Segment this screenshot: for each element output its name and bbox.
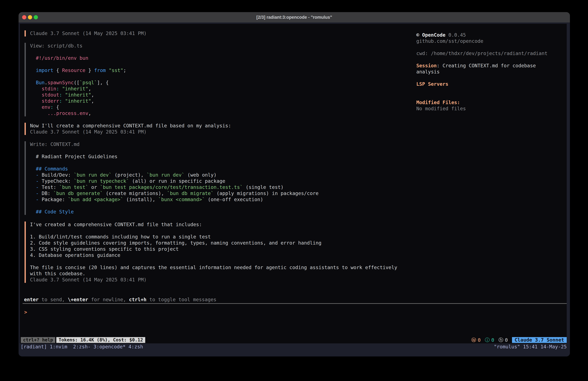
view-tool-block: View: script/db.ts #!/usr/bin/env bun im…: [24, 43, 126, 116]
text-row: [416, 93, 567, 99]
text-row: The file is concise (20 lines) and captu…: [30, 265, 397, 270]
text-row: Claude 3.7 Sonnet (14 May 2025 03:41 PM): [30, 129, 231, 135]
text-row: Bun.spawnSync([`psql`], {: [30, 80, 126, 86]
text-row: # Radiant Project Guidelines: [30, 154, 318, 160]
window-title: [2/3] radiant:3:opencode - "romulus": [19, 12, 570, 22]
terminal-window: [2/3] radiant:3:opencode - "romulus" Cla…: [19, 12, 570, 357]
text-row: 1. Build/lint/test commands including ho…: [30, 234, 397, 240]
text-row: Write: CONTEXT.md: [30, 141, 318, 147]
text-row: LSP Servers: [416, 81, 567, 87]
assistant-message-summary: I've created a comprehensive CONTEXT.md …: [24, 222, 397, 283]
text-row: [30, 61, 126, 67]
text-row: with this codebase.: [30, 270, 397, 277]
text-row: View: script/db.ts: [30, 43, 126, 49]
session-sidebar: © OpenCode 0.0.45github.com/sst/opencode…: [416, 32, 567, 112]
scrollbar-track[interactable]: [567, 22, 570, 357]
info-count: 0: [491, 337, 494, 343]
text-row: cwd: /home/thdxr/dev/projects/radiant/ra…: [416, 50, 567, 57]
text-row: [30, 258, 397, 265]
text-row: Session: Creating CONTEXT.md for codebas…: [416, 63, 567, 69]
prompt-caret: >: [24, 309, 27, 315]
model-badge[interactable]: Claude 3.7 Sonnet: [512, 337, 567, 343]
warning-count: 0: [478, 337, 481, 343]
info-count-indicator: ⓘ0: [485, 337, 494, 343]
window-titlebar[interactable]: [2/3] radiant:3:opencode - "romulus": [19, 12, 570, 22]
hint-icon: ⓗ: [499, 337, 503, 343]
assistant-message-header: Claude 3.7 Sonnet (14 May 2025 03:41 PM): [24, 30, 147, 37]
info-icon: ⓘ: [485, 337, 490, 343]
text-row: © OpenCode 0.0.45: [416, 32, 567, 38]
warning-count-indicator: Ⓦ0: [471, 337, 481, 343]
status-chips: ctrl+? help Tokens: 16.4K (8%), Cost: $0…: [21, 337, 145, 343]
text-row: 3. CSS styling conventions specific to t…: [30, 246, 397, 252]
input-separator: [22, 303, 567, 304]
text-row: [30, 228, 397, 234]
text-row: No modified files: [416, 106, 567, 112]
text-row: [416, 87, 567, 93]
text-row: 2. Code style guidelines covering import…: [30, 240, 397, 246]
hint-count-indicator: ⓗ0: [499, 337, 508, 343]
assistant-message: Now I'll create a comprehensive CONTEXT.…: [24, 123, 231, 135]
text-row: enter to send, \+enter for newline, ctrl…: [24, 296, 216, 303]
text-row: stderr: "inherit",: [30, 98, 126, 104]
terminal-top-padding: [19, 22, 570, 24]
terminal-left-padding: [19, 22, 20, 357]
status-indicators: Ⓦ0 ⓘ0 ⓗ0 Claude 3.7 Sonnet: [471, 337, 567, 343]
text-row: [30, 73, 126, 80]
warning-icon: Ⓦ: [471, 337, 476, 343]
text-row: stdin: "inherit",: [30, 86, 126, 92]
text-row: env: {: [30, 104, 126, 110]
text-row: stdout: "inherit",: [30, 92, 126, 98]
help-shortcut-chip[interactable]: ctrl+? help: [21, 337, 55, 343]
prompt-input[interactable]: >: [24, 309, 566, 315]
tmux-host-clock: "romulus" 15:41 14-May-25: [494, 344, 567, 350]
text-row: - Test: `bun test` or `bun test packages…: [30, 184, 318, 190]
text-row: [30, 147, 318, 154]
text-row: ## Commands: [30, 166, 318, 172]
hint-count: 0: [505, 337, 508, 343]
text-row: - DB: `bun db generate` (create migratio…: [30, 190, 318, 197]
write-tool-block: Write: CONTEXT.md # Radiant Project Guid…: [24, 141, 318, 215]
text-row: Claude 3.7 Sonnet (14 May 2025 03:41 PM): [30, 30, 147, 37]
text-row: github.com/sst/opencode: [416, 38, 567, 44]
text-row: [416, 44, 567, 50]
text-row: ...process.env,: [30, 110, 126, 116]
text-row: #!/usr/bin/env bun: [30, 55, 126, 61]
opencode-status-bar: ctrl+? help Tokens: 16.4K (8%), Cost: $0…: [19, 337, 570, 343]
text-row: - Build/Dev: `bun run dev` (project), `b…: [30, 172, 318, 178]
tmux-status-bar: [radiant] 1:nvim 2:zsh- 3:opencode* 4:zs…: [19, 343, 570, 357]
text-row: import { Resource } from "sst";: [30, 67, 126, 73]
text-row: [30, 202, 318, 209]
text-row: - Package: `bun add <package>` (install)…: [30, 197, 318, 202]
input-hint: enter to send, \+enter for newline, ctrl…: [24, 296, 216, 303]
text-row: Now I'll create a comprehensive CONTEXT.…: [30, 123, 231, 129]
text-row: [416, 57, 567, 63]
terminal-content: Claude 3.7 Sonnet (14 May 2025 03:41 PM)…: [19, 22, 570, 357]
text-row: ## Code Style: [30, 209, 318, 215]
text-row: [416, 75, 567, 81]
text-row: - TypeCheck: `bun run typecheck` (all) o…: [30, 178, 318, 184]
text-row: 4. Database operations guidance: [30, 252, 397, 258]
text-row: Claude 3.7 Sonnet (14 May 2025 03:41 PM): [30, 277, 397, 283]
text-row: analysis: [416, 69, 567, 75]
text-row: I've created a comprehensive CONTEXT.md …: [30, 222, 397, 228]
usage-stats-chip: Tokens: 16.4K (8%), Cost: $0.12: [56, 337, 145, 343]
desktop-background: [2/3] radiant:3:opencode - "romulus" Cla…: [0, 0, 588, 381]
tmux-window-list[interactable]: [radiant] 1:nvim 2:zsh- 3:opencode* 4:zs…: [21, 344, 143, 350]
text-row: [30, 49, 126, 55]
text-row: [30, 160, 318, 166]
text-row: Modified Files:: [416, 99, 567, 106]
